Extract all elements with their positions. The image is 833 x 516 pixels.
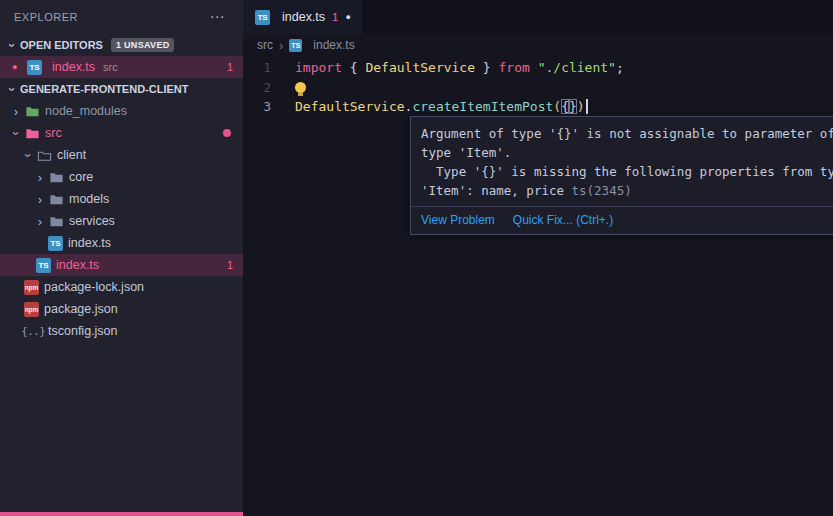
line-number: 1: [243, 60, 287, 75]
code-line-1[interactable]: 1import { DefaultService } from "./clien…: [243, 58, 833, 78]
file-name: index.ts: [56, 258, 99, 272]
code-token: .: [405, 99, 413, 114]
breadcrumb-folder[interactable]: src: [257, 38, 273, 52]
typescript-icon: TS: [27, 60, 42, 75]
code-line-2[interactable]: 2: [243, 78, 833, 98]
code-token: ): [577, 99, 585, 114]
explorer-header: EXPLORER ⋯: [0, 0, 243, 34]
modified-dot-icon: ●: [12, 62, 22, 72]
hover-text-line: Type '{}' is missing the following prope…: [421, 162, 833, 181]
hover-text-line: type 'Item'.: [421, 143, 833, 162]
hover-text-line: Argument of type '{}' is not assignable …: [421, 124, 833, 143]
breadcrumb: src › TS index.ts: [243, 34, 833, 56]
line-content: DefaultService.createItemItemPost({}): [295, 99, 588, 114]
tree-item-package.json[interactable]: ›npmpackage.json: [0, 298, 243, 320]
problem-count-badge: 1: [227, 61, 233, 73]
file-name: tsconfig.json: [48, 324, 117, 338]
chevron-right-icon: ›: [279, 38, 283, 53]
hover-message: Argument of type '{}' is not assignable …: [411, 117, 833, 206]
npm-icon: npm: [24, 280, 39, 295]
typescript-icon: TS: [255, 10, 270, 25]
open-editors-label: OPEN EDITORS: [20, 39, 103, 51]
text-cursor: [586, 99, 588, 114]
tree-item-models[interactable]: ›models: [0, 188, 243, 210]
line-content: [295, 82, 306, 93]
chevron-down-icon: ›: [22, 147, 35, 163]
tab-index-ts[interactable]: TS index.ts 1 ●: [243, 0, 364, 34]
hover-action-view-problem[interactable]: View Problem: [421, 213, 495, 227]
unsaved-count-badge: 1 UNSAVED: [111, 38, 175, 52]
line-number: 2: [243, 80, 287, 95]
code-token: createItemItemPost: [412, 99, 553, 114]
code-token: DefaultService: [295, 99, 405, 114]
explorer-sidebar: EXPLORER ⋯ › OPEN EDITORS 1 UNSAVED ● TS…: [0, 0, 243, 516]
chevron-down-icon: ›: [10, 125, 23, 141]
open-editor-item[interactable]: ● TS index.ts src 1: [0, 56, 243, 78]
breadcrumb-file[interactable]: index.ts: [313, 38, 354, 52]
explorer-title: EXPLORER: [14, 11, 78, 23]
chevron-right-icon: ›: [8, 105, 24, 118]
lightbulb-icon[interactable]: [295, 82, 306, 93]
tree-item-node_modules[interactable]: ›node_modules: [0, 100, 243, 122]
folder-icon: [48, 214, 64, 229]
json-braces-icon: {..}: [24, 326, 43, 337]
tree-item-client[interactable]: ›client: [0, 144, 243, 166]
line-content: import { DefaultService } from "./client…: [295, 60, 624, 75]
tree-item-src[interactable]: ›src: [0, 122, 243, 144]
folder-node-icon: [24, 104, 40, 119]
typescript-icon: TS: [48, 236, 63, 251]
tree-item-index.ts[interactable]: ›TSindex.ts: [0, 232, 243, 254]
typescript-icon: TS: [289, 39, 302, 52]
error-code: ts(2345): [572, 183, 632, 198]
tree-item-package-lock.json[interactable]: ›npmpackage-lock.json: [0, 276, 243, 298]
file-name: node_modules: [45, 104, 127, 118]
tree-item-services[interactable]: ›services: [0, 210, 243, 232]
error-text: type 'Item'.: [421, 145, 511, 160]
file-name: services: [69, 214, 115, 228]
code-token: "./client": [538, 60, 616, 75]
tree-item-core[interactable]: ›core: [0, 166, 243, 188]
file-tree: ›node_modules›src›client›core›models›ser…: [0, 100, 243, 342]
tree-item-index.ts[interactable]: ›TSindex.ts1: [0, 254, 243, 276]
open-editor-file-path: src: [103, 61, 118, 73]
tab-bar: TS index.ts 1 ●: [243, 0, 833, 34]
code-line-3[interactable]: 3DefaultService.createItemItemPost({}): [243, 97, 833, 117]
chevron-down-icon: ›: [6, 81, 19, 97]
code-token: from: [499, 60, 530, 75]
file-name: package.json: [44, 302, 118, 316]
code-token: }: [475, 60, 498, 75]
folder-icon: [48, 192, 64, 207]
line-number: 3: [243, 99, 287, 114]
more-actions-icon[interactable]: ⋯: [206, 8, 230, 26]
code-token: {: [342, 60, 365, 75]
code-token: (: [553, 99, 561, 114]
open-editors-section-header[interactable]: › OPEN EDITORS 1 UNSAVED: [0, 34, 243, 56]
folder-icon: [24, 126, 40, 141]
chevron-right-icon: ›: [32, 193, 48, 206]
tab-problem-badge: 1: [332, 11, 338, 23]
hover-text-line: 'Item': name, price ts(2345): [421, 181, 833, 200]
typescript-icon: TS: [36, 258, 51, 273]
tree-item-tsconfig.json[interactable]: ›{..}tsconfig.json: [0, 320, 243, 342]
chevron-right-icon: ›: [32, 171, 48, 184]
hover-action-quick-fix-ctrl[interactable]: Quick Fix... (Ctrl+.): [513, 213, 613, 227]
file-name: client: [57, 148, 86, 162]
workspace-name: GENERATE-FRONTEND-CLIENT: [20, 83, 188, 95]
code-token: DefaultService: [365, 60, 475, 75]
code-token: ;: [616, 60, 624, 75]
workspace-section-header[interactable]: › GENERATE-FRONTEND-CLIENT: [0, 78, 243, 100]
vscode-window: EXPLORER ⋯ › OPEN EDITORS 1 UNSAVED ● TS…: [0, 0, 833, 516]
chevron-down-icon: ›: [6, 37, 19, 53]
problem-count-badge: 1: [227, 259, 233, 271]
tab-label: index.ts: [282, 10, 325, 24]
folder-open-icon: [36, 148, 52, 163]
code-token: [530, 60, 538, 75]
file-name: core: [69, 170, 93, 184]
editor-group: TS index.ts 1 ● src › TS index.ts 1impor…: [243, 0, 833, 516]
code-token: }: [569, 99, 577, 114]
file-name: package-lock.json: [44, 280, 144, 294]
hover-tooltip: Argument of type '{}' is not assignable …: [410, 116, 833, 235]
hover-actions: View ProblemQuick Fix... (Ctrl+.): [411, 206, 833, 234]
file-name: index.ts: [68, 236, 111, 250]
open-editor-file-name: index.ts: [52, 60, 95, 74]
